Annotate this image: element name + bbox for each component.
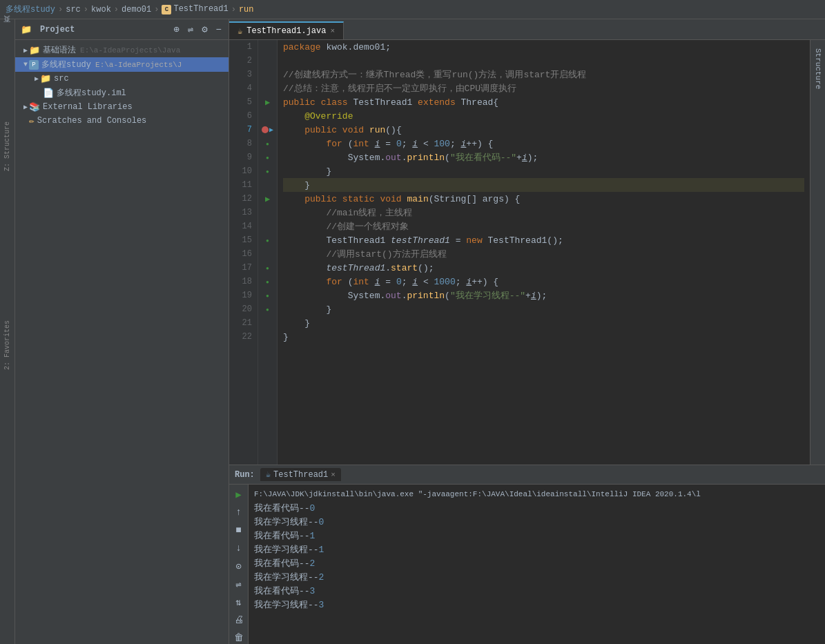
gutter-5: ▶ — [258, 95, 277, 109]
page-tab[interactable]: 页 — [1, 22, 14, 33]
console-tab-close[interactable]: × — [331, 471, 336, 479]
console-tab-label: TestThread1 — [273, 470, 328, 480]
console-out-3: 我在学习线程--1 — [254, 543, 819, 556]
gutter-9: ● — [258, 150, 277, 164]
console-out-1: 我在学习线程--0 — [254, 515, 819, 529]
console-delete-button[interactable]: 🗑 — [232, 631, 246, 644]
code-line-12: public static void main(String[] args) { — [283, 192, 804, 206]
breadcrumb-package[interactable]: kwok — [91, 5, 111, 14]
editor-area: ☕ TestThread1.java × 1 2 3 4 5 6 7 8 9 — [229, 19, 825, 644]
console-side-toolbar: ▶ ↑ ■ ↓ ⊙ ⇌ ⇅ 🖨 🗑 — [229, 485, 249, 644]
code-line-18: for (int i = 0; i < 1000; i++) { — [283, 275, 804, 289]
ln-9: 9 — [235, 150, 252, 164]
folder-icon-basics: 📁 — [29, 45, 40, 56]
code-line-5: public class TestThread1 extends Thread{ — [283, 95, 804, 109]
breadcrumb-sep4: › — [154, 5, 159, 14]
ln-13: 13 — [235, 206, 252, 219]
console-toolbar: Run: ☕ TestThread1 × — [229, 465, 825, 485]
ln-18: 18 — [235, 275, 252, 289]
gutter-21 — [258, 316, 277, 330]
code-line-19: System.out.println("我在学习线程--"+i); — [283, 289, 804, 302]
console-out-2: 我在看代码--1 — [254, 529, 819, 543]
tree-path-basics: E:\a-IdeaProjects\Java — [80, 46, 180, 55]
tree-arrow-extlibs: ▶ — [23, 103, 28, 111]
console-out-6: 我在看代码--3 — [254, 584, 819, 598]
gutter-20: ● — [258, 302, 277, 316]
gutter-11 — [258, 178, 277, 192]
tree-item-scratches[interactable]: ▶ ✏ Scratches and Consoles — [15, 114, 229, 128]
console-print-button[interactable]: 🖨 — [232, 613, 246, 627]
run-label: Run: — [235, 470, 255, 480]
bookmark-9: ● — [266, 155, 269, 161]
gutter-17: ● — [258, 261, 277, 275]
gutter-15: ● — [258, 233, 277, 247]
ln-11: 11 — [235, 178, 252, 192]
console-screenshot-button[interactable]: ⊙ — [232, 559, 246, 573]
tree-label-iml: 多线程study.iml — [57, 87, 126, 99]
breadcrumb-file[interactable]: CTestThread1 — [162, 4, 228, 14]
code-content[interactable]: package kwok.demo01; //创建线程方式一：继承Thread类… — [278, 40, 810, 465]
console-tab-testthread1[interactable]: ☕ TestThread1 × — [260, 468, 341, 481]
tree-arrow-basics: ▶ — [23, 46, 28, 55]
tree-item-extlibs[interactable]: ▶ 📚 External Libraries — [15, 100, 229, 114]
console-stop-button[interactable]: ■ — [232, 523, 246, 537]
left-side-tabs: 页 Z: Structure 2: Favorites — [0, 19, 15, 644]
project-folder-icon: 📁 — [21, 24, 32, 35]
tree-label-multithread: 多线程study — [41, 59, 91, 70]
run-button-5[interactable]: ▶ — [265, 97, 270, 108]
minimize-icon[interactable]: − — [215, 23, 223, 37]
breadcrumb-project[interactable]: 多线程study — [6, 3, 55, 15]
gutter-12: ▶ — [258, 192, 277, 206]
gutter-3 — [258, 68, 277, 81]
ln-17: 17 — [235, 261, 252, 275]
structure-tab-left[interactable]: Z: Structure — [2, 116, 12, 177]
sync-icon[interactable]: ⊕ — [172, 22, 180, 37]
code-line-2 — [283, 54, 804, 68]
project-panel: 📁 Project ⊕ ⇌ ⚙ − ▶ 📁 基础语法 E:\a-IdeaProj… — [15, 19, 229, 644]
collapse-icon[interactable]: ⇌ — [186, 22, 195, 37]
tree-item-multithread[interactable]: ▼ P 多线程study E:\a-IdeaProjects\J — [15, 57, 229, 72]
favorites-tab[interactable]: 2: Favorites — [2, 315, 12, 375]
ln-3: 3 — [235, 68, 252, 81]
ln-7: 7 — [235, 123, 252, 137]
structure-side-tab[interactable]: Structure — [813, 43, 824, 95]
gutter-4 — [258, 81, 277, 95]
console-command-line: F:\JAVA\JDK\jdkinstall\bin\java.exe "-ja… — [254, 487, 819, 501]
code-editor[interactable]: 1 2 3 4 5 6 7 8 9 10 11 12 13 14 15 16 1 — [229, 40, 810, 465]
bookmark-15: ● — [266, 237, 269, 244]
project-icon-multithread: P — [29, 60, 39, 70]
tree-item-iml[interactable]: 📄 多线程study.iml — [15, 86, 229, 100]
console-panel: Run: ☕ TestThread1 × ▶ ↑ ■ ↓ ⊙ ⇌ ⇅ 🖨 — [229, 465, 825, 644]
extlibs-icon: 📚 — [29, 101, 40, 113]
iml-icon: 📄 — [43, 88, 54, 99]
breadcrumb-sep1: › — [58, 5, 63, 14]
console-sort-button[interactable]: ⇅ — [232, 595, 246, 609]
gutter-8: ● — [258, 137, 277, 150]
tab-label: TestThread1.java — [246, 26, 326, 36]
console-out-5: 我在学习线程--2 — [254, 570, 819, 584]
ln-20: 20 — [235, 302, 252, 316]
run-button-12[interactable]: ▶ — [265, 194, 270, 204]
console-wrap-button[interactable]: ⇌ — [232, 577, 246, 591]
editor-tab-testthread1[interactable]: ☕ TestThread1.java × — [229, 21, 344, 39]
breadcrumb-demo[interactable]: demo01 — [122, 5, 151, 14]
console-run-button[interactable]: ▶ — [232, 487, 246, 501]
gutter-7: ▶ — [258, 123, 277, 137]
settings-icon[interactable]: ⚙ — [200, 22, 208, 37]
tree-item-src[interactable]: ▶ 📁 src — [15, 72, 229, 86]
breadcrumb-src[interactable]: src — [66, 5, 81, 14]
java-file-icon: ☕ — [237, 26, 242, 37]
code-line-3: //创建线程方式一：继承Thread类，重写run()方法，调用start开启线… — [283, 68, 804, 81]
console-scroll-down-button[interactable]: ↓ — [232, 541, 246, 555]
tree-item-basics[interactable]: ▶ 📁 基础语法 E:\a-IdeaProjects\Java — [15, 43, 229, 57]
code-line-20: } — [283, 302, 804, 316]
breadcrumb-sep3: › — [114, 5, 119, 14]
breadcrumb-method[interactable]: run — [239, 5, 254, 14]
tab-close-button[interactable]: × — [330, 27, 335, 35]
code-line-1: package kwok.demo01; — [283, 40, 804, 54]
code-line-10: } — [283, 164, 804, 178]
code-line-9: System.out.println("我在看代码--"+i); — [283, 150, 804, 164]
ln-1: 1 — [235, 40, 252, 54]
console-scroll-up-button[interactable]: ↑ — [232, 505, 246, 519]
ln-14: 14 — [235, 219, 252, 233]
